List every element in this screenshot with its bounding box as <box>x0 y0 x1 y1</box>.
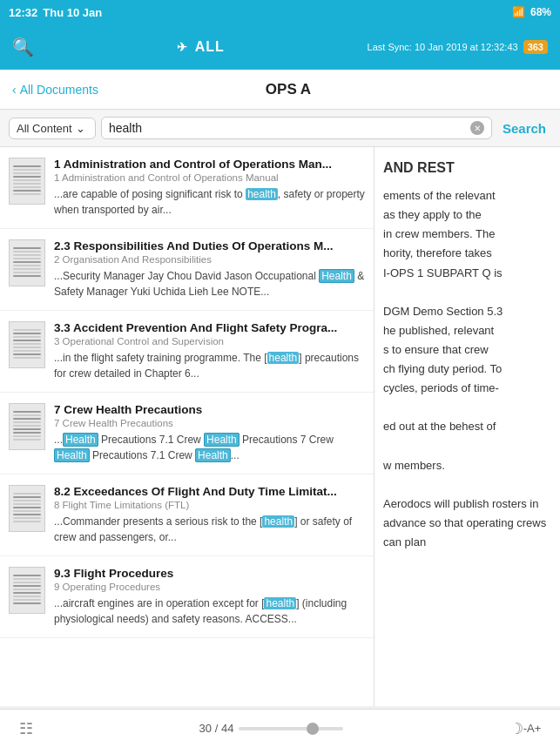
result-thumbnail <box>9 567 45 614</box>
preview-line: DGM Demo Section 5.3he published, releva… <box>383 302 551 398</box>
preview-line: Aerodocs will publish rosters in advance… <box>383 495 551 552</box>
result-subtitle: 2 Organisation And Responsibilities <box>54 254 365 265</box>
result-thumbnail <box>9 239 45 286</box>
health-highlight: health <box>262 515 294 528</box>
search-input-wrap: health ✕ <box>101 117 492 139</box>
result-subtitle: 1 Administration and Control of Operatio… <box>54 172 365 183</box>
results-panel: 1 Administration and Control of Operatio… <box>0 147 374 706</box>
wifi-icon: 📶 <box>512 6 525 18</box>
preview-line: w members. <box>383 456 551 475</box>
health-highlight: health <box>264 597 296 609</box>
nav-title: ALL <box>195 39 225 55</box>
search-button[interactable]: Search <box>497 118 551 139</box>
result-content: 7 Crew Health Precautions 7 Crew Health … <box>54 403 365 463</box>
result-title: 9.3 Flight Procedures <box>54 567 365 580</box>
health-highlight: Health <box>54 448 90 462</box>
status-bar: 12:32 Thu 10 Jan 📶 68% <box>0 0 560 24</box>
list-item[interactable]: 7 Crew Health Precautions 7 Crew Health … <box>0 393 374 474</box>
font-size-button[interactable]: -A+ <box>523 719 542 738</box>
preview-line: ements of the relevantas they apply to t… <box>383 186 551 282</box>
page-slider[interactable] <box>239 727 343 730</box>
clear-button[interactable]: ✕ <box>470 121 484 135</box>
result-content: 2.3 Responsibilities And Duties Of Opera… <box>54 239 365 299</box>
back-label: All Documents <box>20 83 98 97</box>
result-snippet: ...in the flight safety training program… <box>54 350 365 381</box>
preview-content: AND REST ements of the relevantas they a… <box>383 156 551 552</box>
nav-bar: 🔍 ✈ ALL Last Sync: 10 Jan 2019 at 12:32:… <box>0 24 560 70</box>
slider-thumb <box>307 723 319 735</box>
health-highlight: health <box>267 352 300 364</box>
result-thumbnail <box>9 485 45 532</box>
health-highlight: Health <box>319 269 354 283</box>
result-subtitle: 9 Operating Procedures <box>54 582 365 592</box>
result-title: 2.3 Responsibilities And Duties Of Opera… <box>54 239 365 252</box>
result-snippet: ...Security Manager Jay Chou David Jason… <box>54 268 365 299</box>
time-display: 12:32 <box>9 6 37 19</box>
health-highlight: Health <box>195 448 231 462</box>
result-title: 1 Administration and Control of Operatio… <box>54 158 365 171</box>
page-indicator: 30 / 44 <box>199 722 344 735</box>
filter-label: All Content <box>17 122 72 135</box>
bottom-bar: ☷ 30 / 44 ☽ -A+ <box>0 709 560 747</box>
result-content: 1 Administration and Control of Operatio… <box>54 158 365 218</box>
result-subtitle: 7 Crew Health Precautions <box>54 418 365 428</box>
result-thumbnail <box>9 321 45 368</box>
health-highlight: Health <box>204 433 240 447</box>
result-snippet: ...aircraft engines are in operation exc… <box>54 596 365 627</box>
airplane-icon: ✈ <box>177 40 188 54</box>
result-thumbnail <box>9 403 45 450</box>
document-preview: AND REST ements of the relevantas they a… <box>374 147 560 706</box>
battery-display: 68% <box>530 6 551 18</box>
list-item[interactable]: 2.3 Responsibilities And Duties Of Opera… <box>0 229 374 311</box>
preview-heading: AND REST <box>383 156 551 179</box>
breadcrumb-bar: ‹ All Documents OPS A <box>0 70 560 110</box>
back-link[interactable]: ‹ All Documents <box>12 83 98 97</box>
search-bar: All Content ⌄ health ✕ Search <box>0 110 560 147</box>
result-snippet: ...Health Precautions 7.1 Crew Health Pr… <box>54 432 365 463</box>
list-item[interactable]: 1 Administration and Control of Operatio… <box>0 147 374 229</box>
bottom-center: 30 / 44 <box>52 722 490 735</box>
chevron-left-icon: ‹ <box>12 83 17 97</box>
health-highlight: health <box>246 188 278 200</box>
health-highlight: Health <box>63 433 98 447</box>
content-area: 1 Administration and Control of Operatio… <box>0 147 560 706</box>
search-input[interactable]: health <box>109 121 142 135</box>
result-title: 8.2 Exceedances Of Flight And Duty Time … <box>54 485 365 498</box>
result-content: 3.3 Accident Prevention And Flight Safet… <box>54 321 365 381</box>
result-thumbnail <box>9 158 45 205</box>
result-content: 9.3 Flight Procedures 9 Operating Proced… <box>54 567 365 627</box>
result-content: 8.2 Exceedances Of Flight And Duty Time … <box>54 485 365 545</box>
page-text: 30 / 44 <box>199 722 234 735</box>
list-item[interactable]: 3.3 Accident Prevention And Flight Safet… <box>0 311 374 393</box>
moon-icon[interactable]: ☽ <box>509 719 523 738</box>
result-snippet: ...Commander presents a serious risk to … <box>54 514 365 545</box>
preview-line: ed out at the behest of <box>383 417 551 436</box>
chevron-down-icon: ⌄ <box>76 122 85 135</box>
list-item[interactable]: 9.3 Flight Procedures 9 Operating Proced… <box>0 556 374 638</box>
result-subtitle: 8 Flight Time Limitations (FTL) <box>54 500 365 510</box>
breadcrumb-title: OPS A <box>98 81 478 98</box>
list-item[interactable]: 8.2 Exceedances Of Flight And Duty Time … <box>0 474 374 556</box>
document-icon[interactable]: ☷ <box>19 719 33 738</box>
sync-badge: 363 <box>523 40 548 54</box>
filter-dropdown[interactable]: All Content ⌄ <box>9 118 96 139</box>
result-title: 3.3 Accident Prevention And Flight Safet… <box>54 321 365 334</box>
date-display: Thu 10 Jan <box>43 6 102 19</box>
result-title: 7 Crew Health Precautions <box>54 403 365 416</box>
result-snippet: ...are capable of posing significant ris… <box>54 186 365 218</box>
search-icon[interactable]: 🔍 <box>12 37 34 57</box>
sync-text: Last Sync: 10 Jan 2019 at 12:32:43 <box>368 42 518 52</box>
result-subtitle: 3 Operational Control and Supervision <box>54 336 365 347</box>
